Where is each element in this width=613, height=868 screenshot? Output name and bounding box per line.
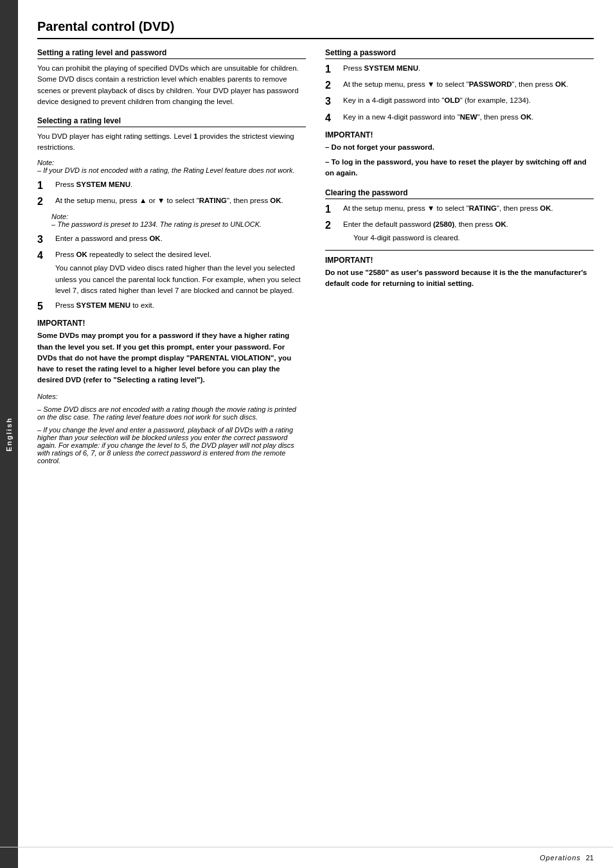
important-box-password: IMPORTANT! – Do not forget your password… [325, 130, 594, 179]
section-title-selecting-rating: Selecting a rating level [37, 116, 306, 127]
right-column: Setting a password 1 Press SYSTEM MENU. … [325, 48, 594, 849]
step-num-3: 3 [37, 233, 51, 245]
section-title-clearing-password: Clearing the password [325, 188, 594, 199]
note1-text: – If your DVD is not encoded with a rati… [37, 166, 295, 174]
important-clr-text: Do not use "2580" as user's password bec… [325, 267, 594, 290]
footer: Operations 21 [0, 847, 613, 868]
step-content-4: Press OK repeatedly to select the desire… [55, 249, 306, 296]
important-clr-title: IMPORTANT! [325, 256, 594, 265]
step-content-3: Enter a password and press OK. [55, 233, 306, 244]
footer-label: Operations [540, 854, 581, 862]
pwd-step-content-2: At the setup menu, press ▼ to select "PA… [343, 79, 594, 90]
page-title: Parental control (DVD) [37, 19, 594, 39]
pwd-step-3: 3 Key in a 4-digit password into "OLD" (… [325, 95, 594, 107]
clr-step-content-1: At the setup menu, press ▼ to select "RA… [343, 203, 594, 214]
step-content-5: Press SYSTEM MENU to exit. [55, 300, 306, 311]
pwd-step-content-3: Key in a 4-digit password into "OLD" (fo… [343, 95, 594, 106]
note2: Note: – The password is preset to 1234. … [37, 213, 306, 228]
clr-step2-sub: Your 4-digit password is cleared. [343, 233, 594, 244]
note3: – Some DVD discs are not encoded with a … [37, 405, 306, 421]
important1-text: Some DVDs may prompt you for a password … [37, 330, 306, 385]
pwd-step-content-4: Key in a new 4-digit password into "NEW"… [343, 112, 594, 123]
pwd-step-2: 2 At the setup menu, press ▼ to select "… [325, 79, 594, 91]
step-content-1: Press SYSTEM MENU. [55, 179, 306, 190]
steps-list-1: 1 Press SYSTEM MENU. 2 At the setup menu… [37, 179, 306, 208]
sidebar: English [0, 0, 18, 868]
clr-step-content-2: Enter the default password (2580), then … [343, 219, 594, 244]
section-title-rating-password: Setting a rating level and password [37, 48, 306, 59]
note2-text: – The password is preset to 1234. The ra… [51, 220, 262, 228]
clr-step-num-2: 2 [325, 219, 339, 231]
note1-label: Note: [37, 159, 54, 166]
step-5: 5 Press SYSTEM MENU to exit. [37, 300, 306, 312]
step-2: 2 At the setup menu, press ▲ or ▼ to sel… [37, 195, 306, 208]
pwd-step-1: 1 Press SYSTEM MENU. [325, 63, 594, 75]
step-num-1: 1 [37, 179, 51, 191]
section1-body: You can prohibit the playing of specifie… [37, 63, 306, 107]
step-4: 4 Press OK repeatedly to select the desi… [37, 249, 306, 296]
important-box-1: IMPORTANT! Some DVDs may prompt you for … [37, 319, 306, 385]
note2-label: Note: [51, 213, 68, 220]
sidebar-label: English [5, 417, 13, 452]
pwd-step-num-2: 2 [325, 79, 339, 91]
clr-step-2: 2 Enter the default password (2580), the… [325, 219, 594, 244]
footer-page: 21 [586, 854, 594, 862]
important1-title: IMPORTANT! [37, 319, 306, 328]
section2-body: You DVD player has eight rating settings… [37, 131, 306, 154]
steps-clear-list: 1 At the setup menu, press ▼ to select "… [325, 203, 594, 244]
two-column-layout: Setting a rating level and password You … [37, 48, 594, 849]
notes-label: Notes: [37, 393, 306, 400]
step4-sub: You cannot play DVD video discs rated hi… [55, 263, 306, 296]
pwd-step-4: 4 Key in a new 4-digit password into "NE… [325, 112, 594, 124]
clr-step-1: 1 At the setup menu, press ▼ to select "… [325, 203, 594, 215]
step-num-5: 5 [37, 300, 51, 312]
pwd-step-num-3: 3 [325, 95, 339, 107]
notes-section: Notes: – Some DVD discs are not encoded … [37, 393, 306, 465]
pwd-step-num-4: 4 [325, 112, 339, 124]
note1: Note: – If your DVD is not encoded with … [37, 159, 306, 174]
step-num-2: 2 [37, 195, 51, 208]
section-title-setting-password: Setting a password [325, 48, 594, 59]
important-pwd-line2: – To log in the password, you have to re… [325, 157, 594, 179]
important-pwd-title: IMPORTANT! [325, 130, 594, 139]
step-content-2: At the setup menu, press ▲ or ▼ to selec… [55, 195, 306, 206]
clr-step-num-1: 1 [325, 203, 339, 215]
important-box-clear: IMPORTANT! Do not use "2580" as user's p… [325, 250, 594, 290]
main-content: Parental control (DVD) Setting a rating … [18, 0, 613, 868]
important-pwd-line1: – Do not forget your password. [325, 142, 594, 153]
steps-password-list: 1 Press SYSTEM MENU. 2 At the setup menu… [325, 63, 594, 124]
pwd-step-num-1: 1 [325, 63, 339, 75]
steps-list-2: 3 Enter a password and press OK. 4 Press… [37, 233, 306, 312]
step-num-4: 4 [37, 249, 51, 261]
step-1: 1 Press SYSTEM MENU. [37, 179, 306, 191]
left-column: Setting a rating level and password You … [37, 48, 306, 849]
page: English Parental control (DVD) Setting a… [0, 0, 613, 868]
step-3: 3 Enter a password and press OK. [37, 233, 306, 245]
note4: – If you change the level and enter a pa… [37, 426, 306, 465]
pwd-step-content-1: Press SYSTEM MENU. [343, 63, 594, 74]
